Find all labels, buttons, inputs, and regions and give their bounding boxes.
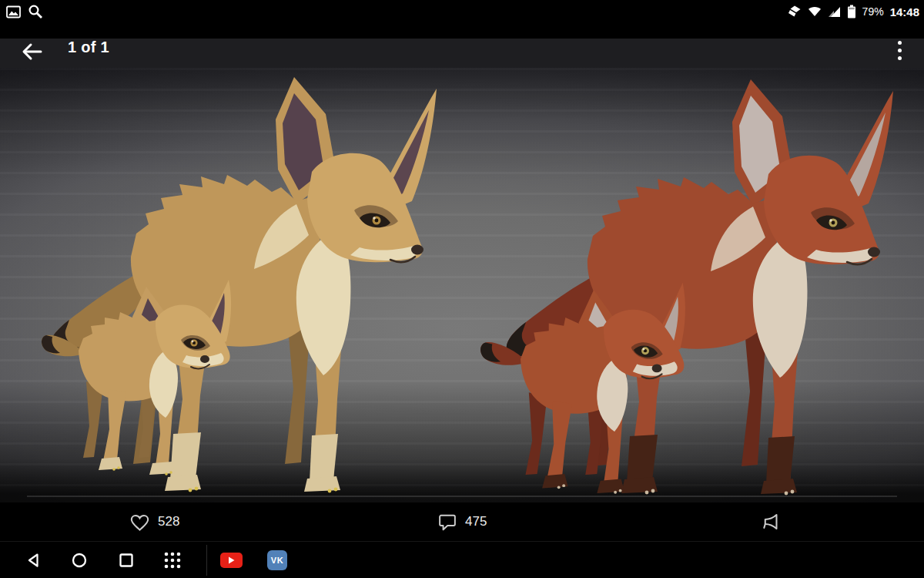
vk-icon: VK	[267, 550, 287, 570]
status-notification-icons	[6, 0, 43, 23]
battery-icon	[847, 5, 856, 18]
clock: 14:48	[890, 5, 919, 18]
rotation-laptop-icon	[788, 5, 802, 18]
comment-button[interactable]: 475	[437, 502, 487, 541]
photo-viewer[interactable]	[0, 68, 924, 502]
vk-shortcut[interactable]: VK	[266, 542, 288, 578]
home-circle-icon	[70, 551, 89, 570]
status-bar: 79% 14:48	[0, 0, 924, 23]
search-icon	[28, 4, 43, 19]
nav-back-button[interactable]	[22, 542, 46, 578]
app-bar: 1 of 1	[0, 23, 924, 68]
nav-home-button[interactable]	[67, 542, 92, 578]
youtube-shortcut[interactable]	[219, 542, 243, 578]
wifi-icon	[808, 6, 822, 17]
page-title: 1 of 1	[68, 39, 109, 56]
nav-divider	[206, 545, 207, 576]
megaphone-icon	[759, 512, 781, 532]
apps-grid-icon	[162, 550, 182, 570]
speech-bubble-icon	[437, 512, 457, 532]
image-bottom-highlight	[27, 496, 897, 497]
heart-outline-icon	[129, 512, 150, 532]
screenshot-icon	[6, 5, 21, 18]
kebab-dot	[898, 41, 902, 45]
cell-signal-icon	[828, 6, 841, 18]
youtube-icon	[220, 553, 243, 568]
navigation-bar: VK	[0, 541, 924, 578]
kebab-dot	[898, 49, 902, 52]
battery-percent: 79%	[862, 5, 884, 18]
like-button[interactable]: 528	[129, 502, 179, 541]
nav-apps-button[interactable]	[160, 542, 185, 578]
like-count: 528	[158, 514, 179, 529]
status-system-icons: 79% 14:48	[788, 0, 919, 23]
kebab-dot	[898, 56, 902, 60]
share-button[interactable]	[759, 502, 781, 541]
fox-models-image	[0, 68, 924, 502]
action-bar: 528 475	[0, 502, 924, 541]
recents-square-icon	[117, 551, 136, 570]
comment-count: 475	[465, 514, 487, 529]
back-button[interactable]	[20, 42, 45, 63]
tablet-screen: 79% 14:48 1 of 1	[0, 0, 924, 578]
nav-recents-button[interactable]	[114, 542, 139, 578]
arrow-left-icon	[20, 42, 43, 62]
fennec-adult-figure	[50, 77, 437, 492]
overflow-menu-button[interactable]	[892, 37, 907, 63]
back-triangle-icon	[25, 551, 43, 570]
